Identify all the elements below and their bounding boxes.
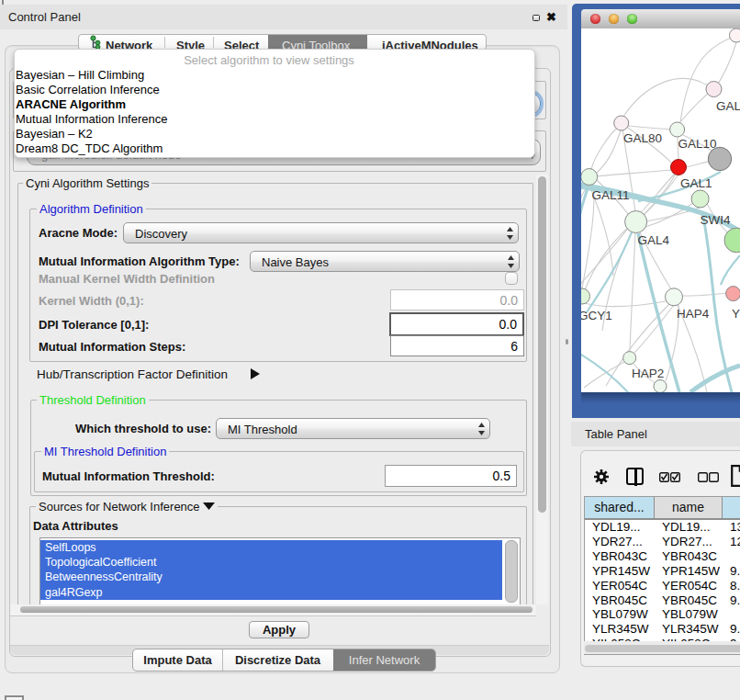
svg-text:GCY1: GCY1 — [581, 309, 612, 322]
svg-text:GAL10: GAL10 — [678, 137, 717, 151]
svg-text:HAP4: HAP4 — [677, 307, 710, 321]
svg-text:HAP2: HAP2 — [632, 367, 664, 380]
svg-text:GAL1: GAL1 — [680, 176, 712, 190]
svg-text:SWI4: SWI4 — [701, 213, 731, 227]
svg-text:GAL11: GAL11 — [592, 188, 630, 202]
svg-text:GAL80: GAL80 — [623, 131, 662, 145]
svg-text:GAL: GAL — [716, 99, 740, 113]
svg-text:Y: Y — [732, 307, 740, 321]
svg-text:GAL4: GAL4 — [638, 233, 670, 247]
